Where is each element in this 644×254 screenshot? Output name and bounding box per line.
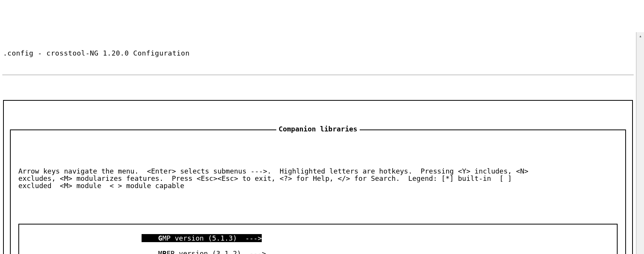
menu-box: Companion libraries Arrow keys navigate …: [10, 129, 626, 254]
terminal-frame: Companion libraries Arrow keys navigate …: [3, 100, 633, 254]
title-rule: [2, 75, 634, 75]
scroll-up-icon[interactable]: ▴: [637, 33, 644, 39]
help-text: Arrow keys navigate the menu. <Enter> se…: [18, 168, 618, 190]
menu-list: GMP version (5.1.3) ---> MPFR version (3…: [18, 224, 618, 254]
menu-item-gmp[interactable]: GMP version (5.1.3) --->: [19, 235, 617, 242]
help-line-2: excludes, <M> modularizes features. Pres…: [18, 174, 512, 182]
help-line-3: excluded <M> module < > module capable: [18, 182, 184, 190]
window-title: .config - crosstool-NG 1.20.0 Configurat…: [0, 48, 636, 59]
terminal-area: .config - crosstool-NG 1.20.0 Configurat…: [0, 32, 636, 254]
help-line-1: Arrow keys navigate the menu. <Enter> se…: [18, 167, 528, 175]
section-title: Companion libraries: [276, 125, 360, 133]
menu-item-mpfr[interactable]: MPFR version (3.1.2) --->: [19, 250, 617, 254]
vertical-scrollbar[interactable]: ▴ ▾: [636, 32, 644, 254]
app-window: .config - crosstool-NG 1.20.0 Configurat…: [0, 32, 644, 254]
